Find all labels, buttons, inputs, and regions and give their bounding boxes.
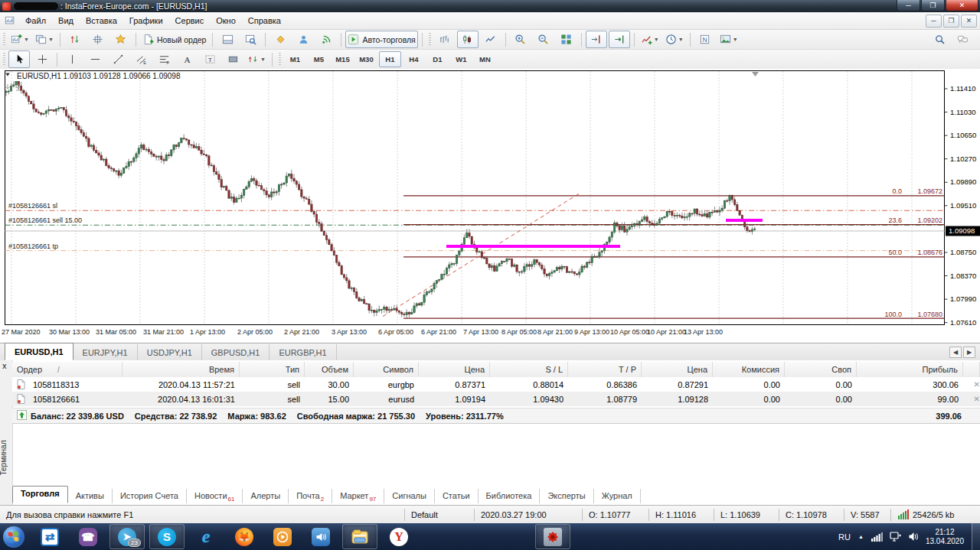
taskbar-potplayer[interactable] — [266, 525, 299, 548]
chart-area[interactable]: 0.01.0967223.61.0920250.01.08676100.01.0… — [0, 69, 980, 343]
column-header-9[interactable]: Цена — [642, 362, 713, 377]
chart-tab-eurgbp[interactable]: EURGBP,H1 — [270, 344, 336, 360]
timeframe-mn-button[interactable]: MN — [474, 51, 496, 67]
date-axis[interactable]: 27 Mar 202030 Mar 13:0031 Mar 05:0031 Ma… — [2, 328, 723, 336]
speaker-icon[interactable] — [908, 532, 919, 542]
taskbar-internet-explorer[interactable]: e — [189, 525, 223, 548]
child-close-button[interactable]: ✕ — [961, 15, 977, 28]
timeframe-d1-button[interactable]: D1 — [426, 51, 449, 67]
chart-candles-button[interactable] — [457, 31, 479, 48]
timeframe-m5-button[interactable]: M5 — [308, 51, 330, 67]
taskbar-viber[interactable]: ☎ — [71, 525, 105, 548]
chart-tab-usdjpy[interactable]: USDJPY,H1 — [138, 344, 202, 360]
terminal-tab-сигналы[interactable]: Сигналы — [384, 489, 435, 503]
taskbar-skype[interactable]: S — [149, 524, 185, 549]
order-row[interactable]: 10581266612020.04.13 16:01:31sell15.00eu… — [12, 392, 980, 406]
column-header-11[interactable]: Своп — [785, 362, 857, 377]
child-minimize-button[interactable]: ─ — [926, 15, 942, 28]
column-header-3[interactable]: Тип — [240, 362, 305, 377]
start-button[interactable] — [3, 526, 24, 548]
navigator-button[interactable] — [110, 31, 132, 48]
cursor-button[interactable] — [8, 50, 30, 68]
timeframe-h4-button[interactable]: H4 — [403, 51, 425, 67]
column-header-8[interactable]: T / P — [568, 362, 642, 377]
tray-expand-icon[interactable]: ▲ — [858, 534, 864, 539]
taskbar-teamviewer[interactable]: ⇄ — [33, 525, 67, 548]
child-restore-button[interactable]: ❐ — [943, 15, 959, 28]
column-header-10[interactable]: Комиссия — [713, 362, 785, 377]
timeframe-w1-button[interactable]: W1 — [450, 51, 472, 67]
menu-item-сервис[interactable]: Сервис — [169, 14, 211, 28]
price-chart[interactable]: 0.01.0967223.61.0920250.01.08676100.01.0… — [0, 69, 980, 343]
menu-item-справка[interactable]: Справка — [242, 14, 287, 28]
strategy-tester-button[interactable] — [240, 31, 261, 48]
terminal-tab-эксперты[interactable]: Эксперты — [540, 489, 593, 503]
menu-item-файл[interactable]: Файл — [19, 14, 52, 28]
timeframe-m15-button[interactable]: M15 — [332, 51, 354, 67]
tab-scroll-right-icon[interactable]: ▶ — [963, 347, 975, 358]
chart-wallpaper-button[interactable]: ▼ — [717, 31, 740, 48]
terminal-tab-маркет[interactable]: Маркет97 — [332, 489, 384, 503]
column-header-5[interactable]: Символ — [354, 362, 419, 377]
terminal-tab-история-счета[interactable]: История Счета — [113, 489, 187, 503]
column-header-12[interactable]: Прибыль — [857, 362, 963, 377]
text-label-button[interactable]: T — [199, 50, 220, 68]
zoom-out-button[interactable] — [533, 31, 554, 48]
terminal-tab-библиотека[interactable]: Библиотека — [479, 489, 541, 503]
equidistant-channel-button[interactable]: E — [130, 50, 152, 68]
terminal-tab-активы[interactable]: Активы — [68, 489, 113, 503]
crosshair-button[interactable] — [31, 50, 53, 68]
language-indicator[interactable]: RU — [838, 532, 851, 542]
community-button[interactable] — [292, 31, 314, 48]
close-button[interactable]: ✕ — [946, 0, 978, 11]
timeframe-h1-button[interactable]: H1 — [379, 51, 401, 67]
new-chart-button[interactable]: ▼ — [8, 31, 31, 48]
profiles-button[interactable]: ▼ — [33, 31, 56, 48]
terminal-panel-button[interactable] — [217, 31, 238, 48]
data-window-button[interactable] — [87, 31, 109, 48]
metaeditor-button[interactable] — [270, 31, 291, 48]
terminal-tab-торговля[interactable]: Торговля — [12, 486, 68, 503]
taskbar-telegram[interactable]: ➤23 — [109, 524, 145, 549]
fibonacci-button[interactable]: F — [153, 50, 175, 68]
periods-button[interactable]: ▼ — [663, 31, 686, 48]
terminal-close-icon[interactable]: x — [2, 361, 7, 370]
terminal-tab-статьи[interactable]: Статьи — [435, 489, 479, 503]
menu-item-графики[interactable]: Графики — [123, 14, 169, 28]
zoom-in-button[interactable] — [510, 31, 531, 48]
timeframe-m30-button[interactable]: M30 — [355, 51, 377, 67]
new-order-button[interactable]: Новый ордер — [140, 31, 209, 48]
taskbar-metatrader[interactable] — [535, 524, 570, 549]
taskbar-volume-app[interactable] — [304, 525, 338, 548]
tray-clock[interactable]: 21:1213.04.2020 — [926, 528, 964, 546]
column-header-1[interactable]: Ордер/ — [12, 362, 122, 377]
signal-bars-icon[interactable] — [871, 532, 883, 542]
timeframe-m1-button[interactable]: M1 — [284, 51, 306, 67]
trend-line-button[interactable] — [107, 50, 129, 68]
text-button[interactable]: A — [176, 50, 198, 68]
chart-bars-button[interactable] — [434, 31, 456, 48]
column-header-4[interactable]: Объем — [305, 362, 354, 377]
network-icon[interactable] — [890, 532, 901, 542]
close-order-icon[interactable]: ✕ — [974, 380, 980, 389]
close-order-icon[interactable]: ✕ — [974, 395, 980, 403]
chart-tab-eurjpy[interactable]: EURJPY,H1 — [74, 344, 138, 360]
taskbar-explorer[interactable] — [342, 524, 377, 549]
statusbar-profile[interactable]: Default — [404, 509, 474, 521]
chart-line-button[interactable] — [480, 31, 501, 48]
indicators-button[interactable]: ▼ — [639, 31, 662, 48]
shapes-button[interactable] — [222, 50, 243, 68]
template-button[interactable]: N — [694, 31, 716, 48]
vertical-line-button[interactable] — [61, 50, 83, 68]
menu-item-вид[interactable]: Вид — [52, 14, 80, 28]
search-button[interactable] — [929, 31, 950, 48]
market-watch-button[interactable] — [64, 31, 86, 48]
arrows-button[interactable]: ▼ — [245, 50, 268, 68]
chart-shift-button[interactable] — [586, 31, 607, 48]
auto-scroll-button[interactable] — [609, 31, 630, 48]
tile-windows-button[interactable] — [556, 31, 577, 48]
signals-button[interactable] — [315, 31, 337, 48]
minimize-button[interactable]: ─ — [897, 0, 920, 11]
terminal-tab-журнал[interactable]: Журнал — [594, 489, 641, 503]
chart-tab-gbpusd[interactable]: GBPUSD,H1 — [202, 344, 270, 360]
